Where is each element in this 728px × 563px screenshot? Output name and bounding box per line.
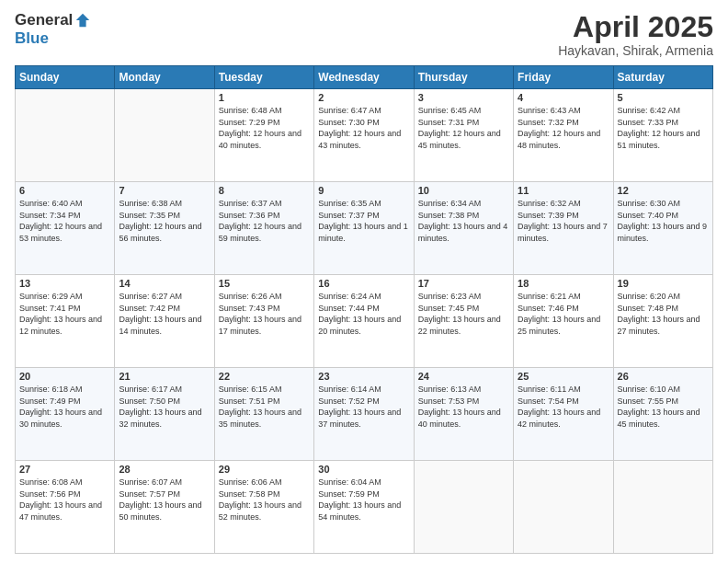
col-sunday: Sunday xyxy=(16,66,115,89)
table-row xyxy=(613,461,712,554)
table-row xyxy=(514,461,613,554)
day-number: 7 xyxy=(119,185,210,196)
day-number: 1 xyxy=(219,92,310,103)
col-thursday: Thursday xyxy=(414,66,513,89)
col-friday: Friday xyxy=(514,66,613,89)
day-number: 6 xyxy=(19,185,110,196)
day-number: 23 xyxy=(318,371,409,382)
day-info: Sunrise: 6:27 AM Sunset: 7:42 PM Dayligh… xyxy=(119,291,210,337)
day-number: 9 xyxy=(318,185,409,196)
title-block: April 2025 Haykavan, Shirak, Armenia xyxy=(558,11,713,58)
day-number: 20 xyxy=(19,371,110,382)
day-number: 13 xyxy=(19,278,110,289)
day-info: Sunrise: 6:43 AM Sunset: 7:32 PM Dayligh… xyxy=(518,105,609,151)
day-number: 4 xyxy=(518,92,609,103)
table-row: 26Sunrise: 6:10 AM Sunset: 7:55 PM Dayli… xyxy=(613,368,712,461)
day-info: Sunrise: 6:04 AM Sunset: 7:59 PM Dayligh… xyxy=(318,477,409,523)
calendar-table: Sunday Monday Tuesday Wednesday Thursday… xyxy=(15,65,713,554)
day-info: Sunrise: 6:48 AM Sunset: 7:29 PM Dayligh… xyxy=(219,105,310,151)
table-row: 8Sunrise: 6:37 AM Sunset: 7:36 PM Daylig… xyxy=(214,182,313,275)
table-row: 10Sunrise: 6:34 AM Sunset: 7:38 PM Dayli… xyxy=(414,182,513,275)
table-row: 7Sunrise: 6:38 AM Sunset: 7:35 PM Daylig… xyxy=(115,182,214,275)
day-info: Sunrise: 6:30 AM Sunset: 7:40 PM Dayligh… xyxy=(618,198,709,244)
col-saturday: Saturday xyxy=(613,66,712,89)
logo-blue-text: Blue xyxy=(15,29,49,48)
day-number: 26 xyxy=(618,371,709,382)
day-number: 10 xyxy=(418,185,509,196)
table-row: 2Sunrise: 6:47 AM Sunset: 7:30 PM Daylig… xyxy=(314,89,414,182)
table-row: 9Sunrise: 6:35 AM Sunset: 7:37 PM Daylig… xyxy=(314,182,414,275)
day-number: 12 xyxy=(618,185,709,196)
table-row: 16Sunrise: 6:24 AM Sunset: 7:44 PM Dayli… xyxy=(314,275,414,368)
day-info: Sunrise: 6:29 AM Sunset: 7:41 PM Dayligh… xyxy=(19,291,110,337)
day-info: Sunrise: 6:11 AM Sunset: 7:54 PM Dayligh… xyxy=(518,384,609,430)
table-row: 21Sunrise: 6:17 AM Sunset: 7:50 PM Dayli… xyxy=(115,368,214,461)
day-number: 21 xyxy=(119,371,210,382)
day-info: Sunrise: 6:15 AM Sunset: 7:51 PM Dayligh… xyxy=(219,384,310,430)
table-row: 18Sunrise: 6:21 AM Sunset: 7:46 PM Dayli… xyxy=(514,275,613,368)
day-number: 15 xyxy=(219,278,310,289)
day-number: 27 xyxy=(19,464,110,475)
day-number: 18 xyxy=(518,278,609,289)
table-row: 4Sunrise: 6:43 AM Sunset: 7:32 PM Daylig… xyxy=(514,89,613,182)
day-info: Sunrise: 6:47 AM Sunset: 7:30 PM Dayligh… xyxy=(318,105,409,151)
day-info: Sunrise: 6:45 AM Sunset: 7:31 PM Dayligh… xyxy=(418,105,509,151)
day-info: Sunrise: 6:17 AM Sunset: 7:50 PM Dayligh… xyxy=(119,384,210,430)
day-info: Sunrise: 6:42 AM Sunset: 7:33 PM Dayligh… xyxy=(618,105,709,151)
day-info: Sunrise: 6:38 AM Sunset: 7:35 PM Dayligh… xyxy=(119,198,210,244)
logo-general: General xyxy=(15,11,73,29)
day-number: 16 xyxy=(318,278,409,289)
col-wednesday: Wednesday xyxy=(314,66,414,89)
day-info: Sunrise: 6:23 AM Sunset: 7:45 PM Dayligh… xyxy=(418,291,509,337)
table-row: 3Sunrise: 6:45 AM Sunset: 7:31 PM Daylig… xyxy=(414,89,513,182)
table-row: 6Sunrise: 6:40 AM Sunset: 7:34 PM Daylig… xyxy=(16,182,115,275)
table-row xyxy=(115,89,214,182)
calendar-week-row: 6Sunrise: 6:40 AM Sunset: 7:34 PM Daylig… xyxy=(16,182,713,275)
day-info: Sunrise: 6:24 AM Sunset: 7:44 PM Dayligh… xyxy=(318,291,409,337)
day-number: 14 xyxy=(119,278,210,289)
day-info: Sunrise: 6:34 AM Sunset: 7:38 PM Dayligh… xyxy=(418,198,509,244)
table-row: 25Sunrise: 6:11 AM Sunset: 7:54 PM Dayli… xyxy=(514,368,613,461)
calendar-week-row: 20Sunrise: 6:18 AM Sunset: 7:49 PM Dayli… xyxy=(16,368,713,461)
table-row: 17Sunrise: 6:23 AM Sunset: 7:45 PM Dayli… xyxy=(414,275,513,368)
day-info: Sunrise: 6:10 AM Sunset: 7:55 PM Dayligh… xyxy=(618,384,709,430)
day-number: 5 xyxy=(618,92,709,103)
calendar-week-row: 27Sunrise: 6:08 AM Sunset: 7:56 PM Dayli… xyxy=(16,461,713,554)
day-number: 17 xyxy=(418,278,509,289)
day-number: 3 xyxy=(418,92,509,103)
day-number: 25 xyxy=(518,371,609,382)
table-row: 29Sunrise: 6:06 AM Sunset: 7:58 PM Dayli… xyxy=(214,461,313,554)
day-info: Sunrise: 6:18 AM Sunset: 7:49 PM Dayligh… xyxy=(19,384,110,430)
day-number: 22 xyxy=(219,371,310,382)
table-row: 14Sunrise: 6:27 AM Sunset: 7:42 PM Dayli… xyxy=(115,275,214,368)
day-number: 19 xyxy=(618,278,709,289)
day-number: 28 xyxy=(119,464,210,475)
table-row: 28Sunrise: 6:07 AM Sunset: 7:57 PM Dayli… xyxy=(115,461,214,554)
table-row xyxy=(16,89,115,182)
table-row: 5Sunrise: 6:42 AM Sunset: 7:33 PM Daylig… xyxy=(613,89,712,182)
table-row: 30Sunrise: 6:04 AM Sunset: 7:59 PM Dayli… xyxy=(314,461,414,554)
table-row xyxy=(414,461,513,554)
day-number: 2 xyxy=(318,92,409,103)
day-number: 24 xyxy=(418,371,509,382)
col-monday: Monday xyxy=(115,66,214,89)
table-row: 12Sunrise: 6:30 AM Sunset: 7:40 PM Dayli… xyxy=(613,182,712,275)
day-info: Sunrise: 6:07 AM Sunset: 7:57 PM Dayligh… xyxy=(119,477,210,523)
table-row: 27Sunrise: 6:08 AM Sunset: 7:56 PM Dayli… xyxy=(16,461,115,554)
day-number: 8 xyxy=(219,185,310,196)
table-row: 20Sunrise: 6:18 AM Sunset: 7:49 PM Dayli… xyxy=(16,368,115,461)
page: General Blue April 2025 Haykavan, Shirak… xyxy=(0,0,728,563)
day-number: 30 xyxy=(318,464,409,475)
day-info: Sunrise: 6:37 AM Sunset: 7:36 PM Dayligh… xyxy=(219,198,310,244)
day-number: 29 xyxy=(219,464,310,475)
table-row: 22Sunrise: 6:15 AM Sunset: 7:51 PM Dayli… xyxy=(214,368,313,461)
svg-marker-0 xyxy=(76,14,89,27)
logo-icon xyxy=(74,12,91,29)
calendar-header-row: Sunday Monday Tuesday Wednesday Thursday… xyxy=(16,66,713,89)
table-row: 1Sunrise: 6:48 AM Sunset: 7:29 PM Daylig… xyxy=(214,89,313,182)
calendar-week-row: 1Sunrise: 6:48 AM Sunset: 7:29 PM Daylig… xyxy=(16,89,713,182)
day-info: Sunrise: 6:26 AM Sunset: 7:43 PM Dayligh… xyxy=(219,291,310,337)
day-info: Sunrise: 6:14 AM Sunset: 7:52 PM Dayligh… xyxy=(318,384,409,430)
day-number: 11 xyxy=(518,185,609,196)
logo-text: General xyxy=(15,11,91,29)
